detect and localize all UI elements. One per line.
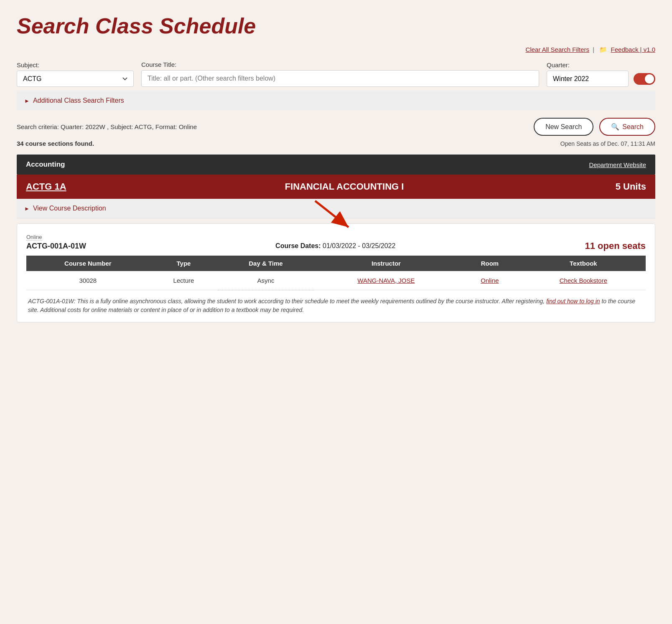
cell-course-number: 30028 bbox=[26, 271, 150, 290]
section-top-row: Online ACTG-001A-01W Course Dates: 01/03… bbox=[26, 233, 646, 251]
search-buttons: New Search 🔍 Search bbox=[534, 118, 655, 136]
instructor-link[interactable]: WANG-NAVA, JOSE bbox=[357, 277, 415, 284]
subject-select[interactable]: ACTG MATH ENGL bbox=[17, 71, 134, 87]
cell-textbook[interactable]: Check Bookstore bbox=[521, 271, 646, 290]
section-table-wrapper: Course Number Type Day & Time Instructor… bbox=[26, 256, 646, 290]
section-dates: Course Dates: 01/03/2022 - 03/25/2022 bbox=[86, 233, 585, 250]
section-open-seats: 11 open seats bbox=[585, 233, 646, 251]
triangle-icon: ► bbox=[24, 205, 30, 212]
search-criteria-row: Search criteria: Quarter: 2022W , Subjec… bbox=[17, 118, 655, 136]
course-dates-label: Course Dates: bbox=[275, 242, 321, 249]
feedback-icon: 📁 bbox=[599, 46, 607, 53]
table-header-row: Course Number Type Day & Time Instructor… bbox=[26, 256, 646, 271]
section-card: Online ACTG-001A-01W Course Dates: 01/03… bbox=[17, 223, 655, 322]
check-bookstore-link[interactable]: Check Bookstore bbox=[560, 277, 607, 284]
department-header: Accounting Department Website bbox=[17, 155, 655, 175]
quarter-filter-group: Quarter: Winter 2022 Fall 2021 bbox=[547, 61, 655, 87]
feedback-link[interactable]: Feedback | v1.0 bbox=[611, 46, 655, 53]
department-website-link[interactable]: Department Website bbox=[589, 161, 646, 168]
search-button-label: Search bbox=[622, 123, 644, 131]
col-header-textbook: Textbook bbox=[521, 256, 646, 271]
course-units: 5 Units bbox=[596, 181, 646, 192]
subject-filter-group: Subject: ACTG MATH ENGL bbox=[17, 61, 134, 87]
department-name: Accounting bbox=[26, 160, 65, 169]
toggle-thumb bbox=[645, 74, 654, 84]
log-in-link[interactable]: find out how to log in bbox=[546, 298, 600, 304]
cell-instructor[interactable]: WANG-NAVA, JOSE bbox=[314, 271, 458, 290]
view-desc-label: View Course Description bbox=[33, 205, 106, 212]
course-title-label: Course Title: bbox=[141, 61, 539, 68]
page-title: Search Class Schedule bbox=[17, 13, 655, 38]
course-title-filter-group: Course Title: bbox=[141, 61, 539, 87]
new-search-button[interactable]: New Search bbox=[534, 118, 593, 136]
results-count: 34 course sections found. bbox=[17, 140, 94, 147]
course-title-input[interactable] bbox=[141, 70, 539, 87]
section-format-label: Online bbox=[26, 234, 42, 241]
col-header-day-time: Day & Time bbox=[218, 256, 313, 271]
col-header-room: Room bbox=[458, 256, 521, 271]
additional-filters-bar[interactable]: ► Additional Class Search Filters bbox=[17, 91, 655, 110]
search-button[interactable]: 🔍 Search bbox=[599, 118, 655, 136]
course-name: FINANCIAL ACCOUNTING I bbox=[93, 181, 596, 192]
section-left: Online ACTG-001A-01W bbox=[26, 233, 86, 251]
quarter-label: Quarter: bbox=[547, 61, 655, 68]
table-row: 30028 Lecture Async WANG-NAVA, JOSE Onli… bbox=[26, 271, 646, 290]
quarter-toggle[interactable] bbox=[634, 73, 655, 85]
triangle-icon: ► bbox=[24, 98, 30, 104]
cell-room[interactable]: Online bbox=[458, 271, 521, 290]
filters-row: Subject: ACTG MATH ENGL Course Title: Qu… bbox=[17, 61, 655, 87]
open-seats-note: Open Seats as of Dec. 07, 11:31 AM bbox=[560, 140, 655, 147]
course-dates: 01/03/2022 - 03/25/2022 bbox=[323, 242, 395, 249]
col-header-type: Type bbox=[150, 256, 218, 271]
col-header-instructor: Instructor bbox=[314, 256, 458, 271]
col-header-course-number: Course Number bbox=[26, 256, 150, 271]
clear-filters-link[interactable]: Clear All Search Filters bbox=[526, 46, 590, 53]
course-code[interactable]: ACTG 1A bbox=[26, 181, 93, 192]
cell-type: Lecture bbox=[150, 271, 218, 290]
section-note: ACTG-001A-01W: This is a fully online as… bbox=[26, 290, 646, 322]
section-code: ACTG-001A-01W bbox=[26, 242, 86, 251]
section-table: Course Number Type Day & Time Instructor… bbox=[26, 256, 646, 290]
cell-day-time: Async bbox=[218, 271, 313, 290]
top-links-bar: Clear All Search Filters | 📁 Feedback | … bbox=[17, 46, 655, 53]
room-link[interactable]: Online bbox=[481, 277, 499, 284]
search-icon: 🔍 bbox=[611, 123, 619, 131]
separator: | bbox=[593, 46, 596, 53]
course-header: ACTG 1A FINANCIAL ACCOUNTING I 5 Units bbox=[17, 175, 655, 199]
results-row: 34 course sections found. Open Seats as … bbox=[17, 140, 655, 147]
additional-filters-label: Additional Class Search Filters bbox=[33, 97, 124, 104]
quarter-select[interactable]: Winter 2022 Fall 2021 bbox=[547, 71, 629, 87]
view-course-description-bar[interactable]: ► View Course Description bbox=[17, 199, 655, 218]
search-criteria-text: Search criteria: Quarter: 2022W , Subjec… bbox=[17, 123, 197, 130]
subject-label: Subject: bbox=[17, 61, 134, 68]
note-text-before: ACTG-001A-01W: This is a fully online as… bbox=[28, 298, 545, 304]
